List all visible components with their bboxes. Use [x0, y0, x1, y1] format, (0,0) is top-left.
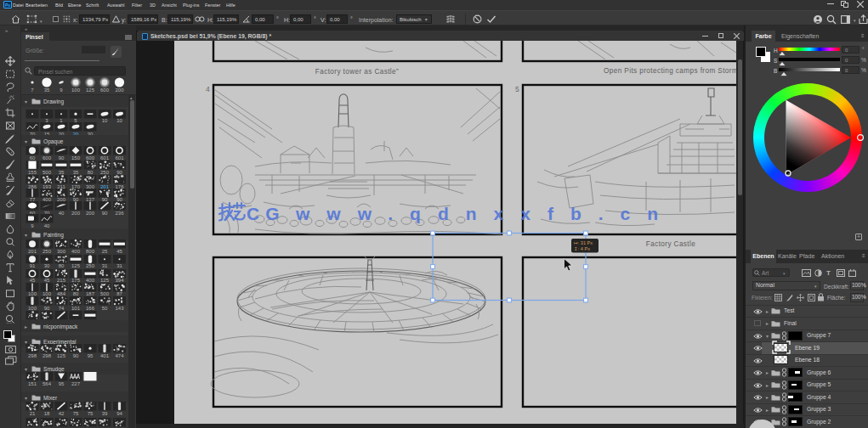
svg-text:Factory tower as Castle”: Factory tower as Castle”: [315, 68, 399, 76]
svg-text:↦: 31 Px: ↦: 31 Px: [574, 240, 593, 245]
svg-text:4: 4: [206, 85, 210, 93]
svg-text:CG: CG: [247, 204, 286, 223]
svg-text:5: 5: [515, 85, 519, 93]
svg-text:www.qdnxxfb.cn: www.qdnxxfb.cn: [295, 204, 675, 223]
svg-text:Factory Castle: Factory Castle: [646, 240, 695, 248]
svg-text:↧: 4 Px: ↧: 4 Px: [574, 246, 590, 251]
svg-text:Open Pits protecting camps fro: Open Pits protecting camps from Storms: [604, 67, 736, 75]
